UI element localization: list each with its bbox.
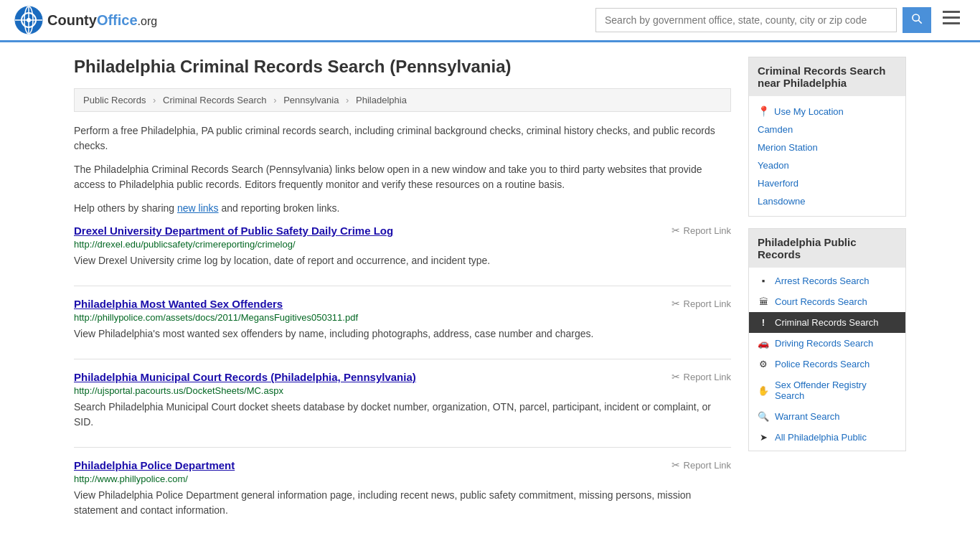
criminal-records-link[interactable]: Criminal Records Search <box>775 317 879 328</box>
breadcrumb-link-pa[interactable]: Pennsylvania <box>283 95 339 105</box>
result-url: http://phillypolice.com/assets/docs/2011… <box>74 312 731 323</box>
result-item: Philadelphia Police Department ✂ Report … <box>74 459 731 518</box>
breadcrumb-current: Philadelphia <box>356 95 407 105</box>
report-link-button[interactable]: ✂ Report Link <box>672 459 731 471</box>
svg-rect-8 <box>943 11 960 13</box>
report-link-label: Report Link <box>684 225 731 236</box>
all-philadelphia-link[interactable]: All Philadelphia Public <box>775 432 867 443</box>
sidebar-nav-court[interactable]: 🏛 Court Records Search <box>749 291 905 312</box>
search-input[interactable] <box>595 8 897 32</box>
sidebar-nearby-camden: Camden <box>749 121 905 138</box>
logo-icon <box>14 6 43 34</box>
logo-text: CountyOffice.org <box>47 12 157 29</box>
svg-rect-10 <box>943 22 960 24</box>
use-my-location-link[interactable]: Use My Location <box>774 106 844 117</box>
sidebar-use-location-item: 📍 Use My Location <box>749 102 905 121</box>
arrest-records-link[interactable]: Arrest Records Search <box>775 276 870 286</box>
nearby-location-link[interactable]: Haverford <box>758 178 798 189</box>
result-title: Drexel University Department of Public S… <box>74 225 731 237</box>
result-link[interactable]: Drexel University Department of Public S… <box>74 225 393 237</box>
scissors-icon: ✂ <box>672 225 680 236</box>
sidebar-nav-arrest[interactable]: ▪ Arrest Records Search <box>749 270 905 291</box>
result-url: http://drexel.edu/publicsafety/crimerepo… <box>74 239 731 250</box>
divider <box>74 286 731 286</box>
svg-point-6 <box>913 14 919 21</box>
result-title: Philadelphia Most Wanted Sex Offenders ✂… <box>74 298 731 310</box>
main-container: Philadelphia Criminal Records Search (Pe… <box>60 42 920 550</box>
driving-records-link[interactable]: Driving Records Search <box>775 338 873 349</box>
breadcrumb-sep-3: › <box>346 95 349 105</box>
sidebar-nav-list: ▪ Arrest Records Search 🏛 Court Records … <box>749 268 905 451</box>
search-button[interactable] <box>903 7 931 33</box>
sidebar-nav-police[interactable]: ⚙ Police Records Search <box>749 354 905 375</box>
breadcrumb: Public Records › Criminal Records Search… <box>74 88 731 112</box>
sidebar-nearby-section: Criminal Records Search near Philadelphi… <box>748 57 906 217</box>
nearby-location-link[interactable]: Lansdowne <box>758 196 806 207</box>
sidebar-records-section: Philadelphia Public Records ▪ Arrest Rec… <box>748 228 906 451</box>
report-link-button[interactable]: ✂ Report Link <box>672 225 731 236</box>
search-area <box>595 7 966 33</box>
desc-para3-suffix: and reporting broken links. <box>219 202 340 214</box>
report-link-label: Report Link <box>684 460 731 471</box>
result-url: http://ujsportal.pacourts.us/DocketSheet… <box>74 385 731 396</box>
new-links-link[interactable]: new links <box>177 202 219 214</box>
svg-point-5 <box>27 18 31 22</box>
menu-button[interactable] <box>937 8 966 32</box>
sidebar-nav-driving[interactable]: 🚗 Driving Records Search <box>749 333 905 354</box>
warrant-search-icon: 🔍 <box>758 411 769 422</box>
result-desc: View Philadelphia's most wanted sex offe… <box>74 326 731 342</box>
description-para2: The Philadelphia Criminal Records Search… <box>74 162 731 192</box>
nearby-location-link[interactable]: Merion Station <box>758 142 818 153</box>
results-list: Drexel University Department of Public S… <box>74 225 731 518</box>
description-para3: Help others by sharing new links and rep… <box>74 201 731 216</box>
logo-area: CountyOffice.org <box>14 6 157 34</box>
page-title: Philadelphia Criminal Records Search (Pe… <box>74 57 731 77</box>
divider <box>74 447 731 448</box>
sex-offender-link[interactable]: Sex Offender Registry Search <box>775 380 897 401</box>
report-link-button[interactable]: ✂ Report Link <box>672 371 731 382</box>
result-title: Philadelphia Municipal Court Records (Ph… <box>74 371 731 383</box>
warrant-search-link[interactable]: Warrant Search <box>775 411 840 422</box>
court-records-link[interactable]: Court Records Search <box>775 296 867 307</box>
result-item: Drexel University Department of Public S… <box>74 225 731 268</box>
sidebar-section1-title: Criminal Records Search near Philadelphi… <box>749 57 905 96</box>
result-item: Philadelphia Municipal Court Records (Ph… <box>74 371 731 430</box>
report-link-button[interactable]: ✂ Report Link <box>672 298 731 309</box>
sidebar-nav-warrant[interactable]: 🔍 Warrant Search <box>749 406 905 427</box>
all-philadelphia-icon: ➤ <box>758 432 769 443</box>
content: Philadelphia Criminal Records Search (Pe… <box>74 57 731 535</box>
header: CountyOffice.org <box>0 0 980 42</box>
breadcrumb-sep-1: › <box>153 95 156 105</box>
breadcrumb-link-public-records[interactable]: Public Records <box>83 95 146 105</box>
result-desc: View Drexel University crime log by loca… <box>74 253 731 268</box>
police-records-icon: ⚙ <box>758 359 769 369</box>
description-para1: Perform a free Philadelphia, PA public c… <box>74 123 731 154</box>
result-link[interactable]: Philadelphia Police Department <box>74 459 235 471</box>
scissors-icon: ✂ <box>672 459 680 471</box>
breadcrumb-sep-2: › <box>273 95 276 105</box>
sidebar: Criminal Records Search near Philadelphi… <box>748 57 906 535</box>
sidebar-nav-sex-offender[interactable]: ✋ Sex Offender Registry Search <box>749 375 905 406</box>
criminal-records-icon: ! <box>758 317 769 328</box>
scissors-icon: ✂ <box>672 371 680 382</box>
sidebar-nearby-haverford: Haverford <box>749 174 905 192</box>
sidebar-section2-title: Philadelphia Public Records <box>749 229 905 268</box>
court-records-icon: 🏛 <box>758 296 769 307</box>
report-link-label: Report Link <box>684 372 731 382</box>
result-link[interactable]: Philadelphia Municipal Court Records (Ph… <box>74 371 416 383</box>
arrest-records-icon: ▪ <box>758 276 769 286</box>
divider <box>74 359 731 359</box>
sidebar-nearby-merion: Merion Station <box>749 138 905 156</box>
nearby-location-link[interactable]: Camden <box>758 124 793 135</box>
police-records-link[interactable]: Police Records Search <box>775 359 870 369</box>
sidebar-nav-all-philadelphia[interactable]: ➤ All Philadelphia Public <box>749 427 905 448</box>
search-icon <box>911 13 923 24</box>
nearby-location-link[interactable]: Yeadon <box>758 160 789 171</box>
result-desc: Search Philadelphia Municipal Court dock… <box>74 400 731 430</box>
result-link[interactable]: Philadelphia Most Wanted Sex Offenders <box>74 298 283 310</box>
hamburger-icon <box>943 11 960 25</box>
result-desc: View Philadelphia Police Department gene… <box>74 488 731 518</box>
report-link-label: Report Link <box>684 298 731 309</box>
breadcrumb-link-criminal[interactable]: Criminal Records Search <box>163 95 267 105</box>
sidebar-nav-criminal[interactable]: ! Criminal Records Search <box>749 312 905 333</box>
